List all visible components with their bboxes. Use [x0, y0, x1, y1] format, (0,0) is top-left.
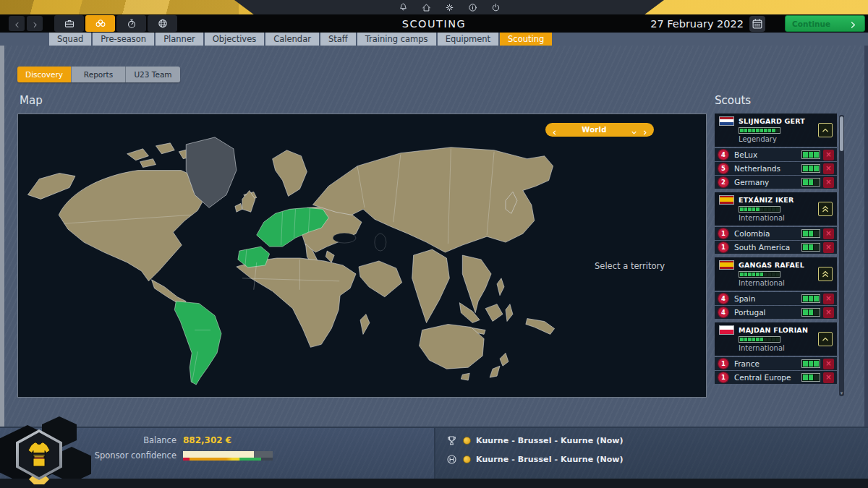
- scout-region-group: 4BeLux×5Netherlands×2Germany×: [715, 148, 837, 189]
- scout-card-header: MAJDAN FLORIAN: [719, 325, 833, 335]
- scrollbar-thumb[interactable]: [840, 116, 843, 151]
- territory-selector[interactable]: World: [545, 123, 654, 137]
- sub-tab-group: DiscoveryReportsU23 Team: [17, 67, 180, 82]
- race-panel: Kuurne - Brussel - Kuurne (Now)Kuurne - …: [434, 428, 868, 479]
- race-label: Kuurne - Brussel - Kuurne (Now): [476, 436, 624, 445]
- scout-promote-button[interactable]: [818, 123, 833, 137]
- skill-segment: [740, 273, 744, 276]
- progress-segment: [814, 166, 819, 171]
- progress-segment: [814, 361, 819, 367]
- info-icon[interactable]: [467, 2, 478, 13]
- region-remove-button[interactable]: ×: [823, 307, 834, 318]
- skill-segment: [740, 338, 744, 341]
- skill-segment: [752, 129, 756, 132]
- continue-button[interactable]: Continue: [785, 15, 865, 32]
- region-remove-button[interactable]: ×: [823, 228, 834, 239]
- region-count-badge: 1: [718, 228, 728, 239]
- left-edge-decor: [0, 46, 4, 427]
- progress-segment: [803, 374, 808, 380]
- skill-segment: [748, 338, 752, 341]
- skill-segment: [740, 129, 744, 132]
- progress-segment: [803, 152, 808, 158]
- skill-segment: [748, 129, 752, 132]
- settings-icon[interactable]: [444, 2, 455, 13]
- tab-planner[interactable]: Planner: [156, 33, 203, 46]
- progress-segment: [814, 231, 819, 236]
- skill-segment: [752, 207, 756, 211]
- skill-segment: [760, 338, 764, 341]
- territory-selector-label: World: [561, 126, 627, 134]
- power-icon[interactable]: [490, 2, 501, 13]
- content-area: DiscoveryReportsU23 Team Map: [0, 46, 868, 427]
- progress-segment: [809, 374, 814, 380]
- skill-segment: [768, 338, 772, 341]
- skill-segment: [764, 207, 767, 211]
- region-remove-button[interactable]: ×: [823, 163, 834, 174]
- flag-stripe: [720, 122, 733, 125]
- scout-name: ETXÁNIZ IKER: [739, 196, 793, 204]
- region-name: Spain: [734, 294, 801, 303]
- region-remove-button[interactable]: ×: [823, 150, 834, 160]
- sponsor-bar-gradient: [183, 458, 273, 461]
- subtab-reports[interactable]: Reports: [72, 67, 126, 82]
- region-remove-button[interactable]: ×: [823, 372, 834, 383]
- tab-objectives[interactable]: Objectives: [205, 33, 265, 46]
- skill-segment: [768, 129, 772, 132]
- skill-segment: [772, 338, 775, 341]
- skill-segment: [752, 273, 756, 276]
- scout-promote-button[interactable]: [818, 267, 833, 281]
- tab-pre-season[interactable]: Pre-season: [93, 33, 154, 46]
- skill-segment: [744, 338, 748, 341]
- world-map[interactable]: [18, 114, 706, 397]
- race-row[interactable]: Kuurne - Brussel - Kuurne (Now): [446, 435, 624, 447]
- region-remove-button[interactable]: ×: [823, 242, 834, 253]
- background-facets: [0, 0, 239, 14]
- sponsor-bar-fill: [183, 451, 254, 458]
- bell-icon[interactable]: [398, 2, 409, 13]
- chevron-right-icon[interactable]: [641, 126, 649, 134]
- region-progress-bar: [801, 373, 820, 382]
- skill-segment: [748, 273, 752, 276]
- progress-segment: [814, 152, 819, 158]
- finish-gate-icon: [446, 453, 458, 466]
- skill-segment: [760, 129, 764, 132]
- race-row[interactable]: Kuurne - Brussel - Kuurne (Now): [446, 453, 624, 466]
- skill-segment: [756, 207, 760, 211]
- region-count-badge: 4: [718, 307, 728, 317]
- scout-name: GANGAS RAFAEL: [739, 261, 804, 269]
- tab-scouting[interactable]: Scouting: [500, 33, 552, 46]
- chevron-left-icon[interactable]: [550, 126, 558, 134]
- calendar-icon[interactable]: [749, 16, 765, 32]
- region-row: 1Central Europe×: [715, 371, 837, 384]
- tab-equipment[interactable]: Equipment: [438, 33, 498, 46]
- skill-segment: [764, 338, 767, 341]
- skill-segment: [776, 338, 780, 341]
- progress-segment: [803, 166, 808, 171]
- scout-name: SLIJNGARD GERT: [739, 117, 805, 125]
- scout-promote-button[interactable]: [818, 332, 833, 346]
- region-remove-button[interactable]: ×: [823, 359, 834, 369]
- system-icon-bar: [234, 0, 664, 14]
- tab-squad[interactable]: Squad: [49, 33, 91, 46]
- chevron-down-icon[interactable]: [630, 126, 638, 134]
- region-remove-button[interactable]: ×: [823, 294, 834, 304]
- progress-segment: [814, 296, 819, 301]
- sponsor-confidence-bar: [183, 451, 273, 461]
- region-row: 5Netherlands×: [715, 162, 837, 175]
- progress-segment: [803, 296, 808, 301]
- progress-segment: [803, 244, 808, 250]
- scout-promote-button[interactable]: [818, 202, 833, 216]
- tab-staff[interactable]: Staff: [320, 33, 356, 46]
- region-remove-button[interactable]: ×: [823, 177, 834, 188]
- progress-segment: [814, 179, 819, 185]
- subtab-u23-team[interactable]: U23 Team: [126, 67, 180, 82]
- home-icon[interactable]: [421, 2, 432, 13]
- tab-training-camps[interactable]: Training camps: [357, 33, 436, 46]
- scrollbar-down-arrow[interactable]: ▾: [839, 391, 844, 396]
- tab-calendar[interactable]: Calendar: [265, 33, 319, 46]
- subtab-discovery[interactable]: Discovery: [17, 67, 72, 82]
- balance-value: 882,302 €: [183, 435, 231, 445]
- region-progress-bar: [801, 243, 820, 252]
- scouts-scrollbar[interactable]: ▾: [839, 115, 844, 396]
- map-hint-text: Select a territory: [595, 261, 665, 271]
